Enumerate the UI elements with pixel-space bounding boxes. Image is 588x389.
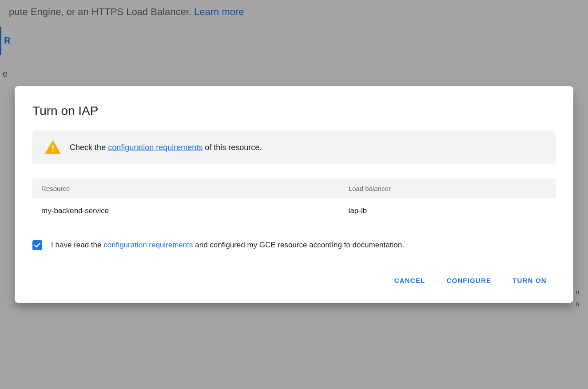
table-body: my-backend-service iap-lb	[32, 198, 556, 223]
dialog-title: Turn on IAP	[32, 104, 556, 118]
column-load-balancer: Load balancer	[340, 179, 556, 198]
configure-button[interactable]: CONFIGURE	[437, 272, 500, 289]
modal-overlay: Turn on IAP Check the configuration requ…	[0, 0, 588, 389]
resource-table: Resource Load balancer my-backend-servic…	[32, 179, 556, 223]
cell-resource: my-backend-service	[32, 198, 340, 223]
cancel-button[interactable]: CANCEL	[385, 272, 434, 289]
warning-config-link[interactable]: configuration requirements	[108, 143, 203, 152]
cell-load-balancer: iap-lb	[340, 198, 556, 223]
checkbox-label: I have read the configuration requiremen…	[51, 239, 404, 251]
checkbox-container[interactable]	[32, 240, 42, 250]
table-row: my-backend-service iap-lb	[32, 198, 556, 223]
checkbox-config-link[interactable]: configuration requirements	[103, 241, 193, 249]
svg-point-0	[52, 150, 54, 151]
checkbox-row: I have read the configuration requiremen…	[32, 239, 556, 251]
warning-text: Check the configuration requirements of …	[70, 143, 262, 152]
turn-on-button[interactable]: TURN ON	[504, 272, 556, 289]
column-resource: Resource	[32, 179, 340, 198]
warning-banner: Check the configuration requirements of …	[32, 131, 556, 164]
dialog-actions: CANCEL CONFIGURE TURN ON	[32, 272, 556, 289]
warning-icon	[45, 139, 61, 155]
table-header: Resource Load balancer	[32, 179, 556, 198]
iap-dialog: Turn on IAP Check the configuration requ…	[15, 86, 573, 303]
